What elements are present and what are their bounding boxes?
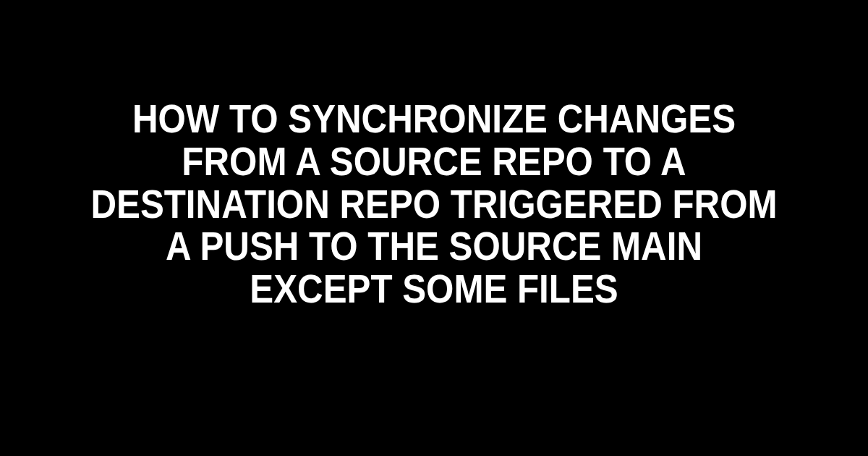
page-title: HOW TO SYNCHRONIZE CHANGES FROM A SOURCE… [90, 98, 778, 311]
title-container: HOW TO SYNCHRONIZE CHANGES FROM A SOURCE… [0, 0, 868, 311]
